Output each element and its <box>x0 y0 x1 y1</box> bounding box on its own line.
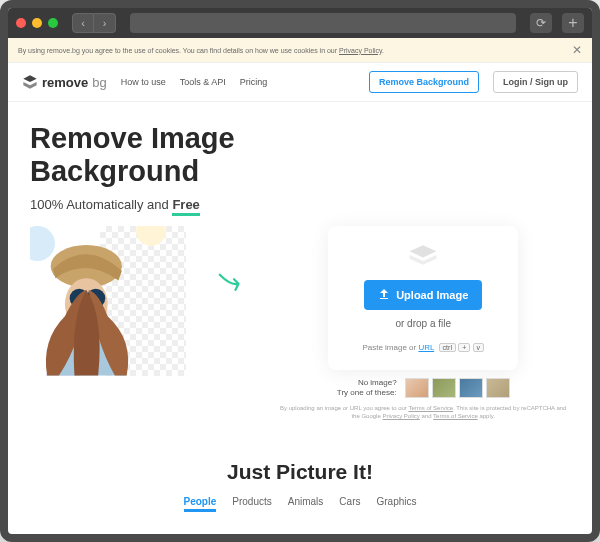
kbd-ctrl: ctrl <box>439 343 456 352</box>
logo-text: remove <box>42 75 88 90</box>
nav-how-to-use[interactable]: How to use <box>121 77 166 87</box>
browser-titlebar: ‹ › ⟳ + <box>8 8 592 38</box>
upload-icon <box>378 288 390 302</box>
logo-suffix: bg <box>92 75 106 90</box>
cookie-banner: By using remove.bg you agree to the use … <box>8 38 592 63</box>
nav-arrows: ‹ › <box>72 13 116 33</box>
cookie-text: By using remove.bg you agree to the use … <box>18 47 384 54</box>
demo-image <box>30 226 186 376</box>
page-content: Remove ImageBackground 100% Automaticall… <box>8 102 592 534</box>
hero-title: Remove ImageBackground <box>30 122 570 189</box>
kbd-v: v <box>473 343 485 352</box>
paste-url-link[interactable]: URL <box>418 343 434 352</box>
tab-people[interactable]: People <box>184 496 217 512</box>
browser-window: ‹ › ⟳ + By using remove.bg you agree to … <box>0 0 600 542</box>
paste-hint: Paste image or URL ctrl + v <box>346 343 500 352</box>
reload-button[interactable]: ⟳ <box>530 13 552 33</box>
main-header: removebg How to use Tools & API Pricing … <box>8 63 592 102</box>
legal-text: By uploading an image or URL you agree t… <box>276 404 570 421</box>
close-window-icon[interactable] <box>16 18 26 28</box>
image-placeholder-icon <box>408 244 438 266</box>
remove-background-button[interactable]: Remove Background <box>369 71 479 93</box>
maximize-window-icon[interactable] <box>48 18 58 28</box>
nav-tools-api[interactable]: Tools & API <box>180 77 226 87</box>
upload-card: Upload Image or drop a file Paste image … <box>328 226 518 370</box>
sample-thumb[interactable] <box>486 378 510 398</box>
sample-prompt: No image? Try one of these: <box>337 378 397 397</box>
cookie-suffix: . <box>382 47 384 54</box>
privacy-policy-link[interactable]: Privacy Policy <box>382 413 419 419</box>
drop-file-text: or drop a file <box>346 318 500 329</box>
minimize-window-icon[interactable] <box>32 18 42 28</box>
new-tab-button[interactable]: + <box>562 13 584 33</box>
sample-thumb[interactable] <box>405 378 429 398</box>
sample-person-icon <box>30 233 147 376</box>
kbd-plus: + <box>458 343 470 352</box>
arrow-icon <box>216 266 246 310</box>
upload-image-button[interactable]: Upload Image <box>364 280 482 310</box>
section-title: Just Picture It! <box>8 460 592 484</box>
tab-products[interactable]: Products <box>232 496 271 512</box>
back-button[interactable]: ‹ <box>72 13 94 33</box>
sample-thumb[interactable] <box>432 378 456 398</box>
nav-pricing[interactable]: Pricing <box>240 77 268 87</box>
logo-icon <box>22 74 38 90</box>
tab-animals[interactable]: Animals <box>288 496 324 512</box>
url-bar[interactable] <box>130 13 516 33</box>
hero-subtitle: 100% Automatically and Free <box>30 197 570 212</box>
tab-graphics[interactable]: Graphics <box>376 496 416 512</box>
hero-section: Remove ImageBackground 100% Automaticall… <box>8 102 592 430</box>
close-icon[interactable]: ✕ <box>572 43 582 57</box>
google-tos-link[interactable]: Terms of Service <box>433 413 478 419</box>
sample-images-row: No image? Try one of these: <box>337 378 510 398</box>
forward-button[interactable]: › <box>94 13 116 33</box>
picture-it-section: Just Picture It! People Products Animals… <box>8 430 592 522</box>
cookie-privacy-link[interactable]: Privacy Policy <box>339 47 382 54</box>
tos-link[interactable]: Terms of Service <box>408 405 453 411</box>
cookie-prefix: By using remove.bg you agree to the use … <box>18 47 339 54</box>
logo[interactable]: removebg <box>22 74 107 90</box>
tab-cars[interactable]: Cars <box>339 496 360 512</box>
category-tabs: People Products Animals Cars Graphics <box>8 496 592 512</box>
sample-thumb[interactable] <box>459 378 483 398</box>
login-signup-button[interactable]: Login / Sign up <box>493 71 578 93</box>
